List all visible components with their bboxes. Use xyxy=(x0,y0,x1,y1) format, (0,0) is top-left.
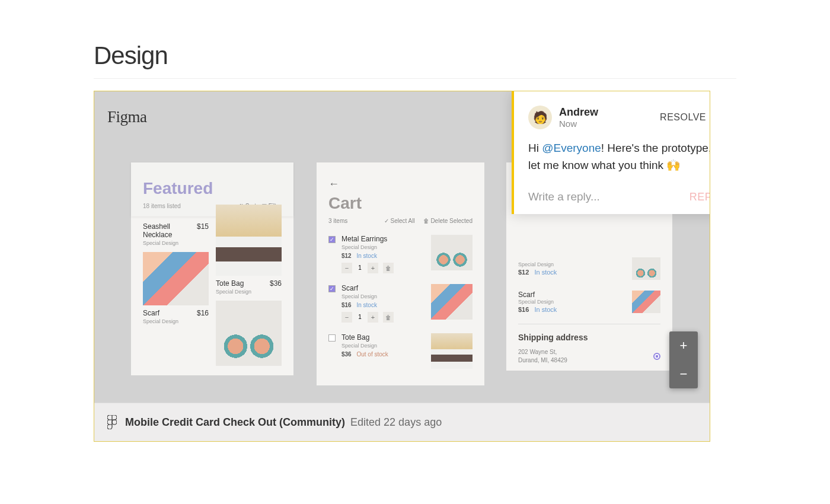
trash-icon[interactable]: 🗑 xyxy=(383,263,394,273)
figma-logo-icon xyxy=(107,415,117,429)
qty-value: 1 xyxy=(355,263,365,273)
qty-plus-button[interactable]: + xyxy=(368,312,378,323)
cart-count: 3 items xyxy=(328,218,376,224)
qty-minus-button[interactable]: − xyxy=(341,263,352,273)
summary-name: Scarf xyxy=(518,291,632,299)
summary-thumb xyxy=(632,257,660,280)
product-name: Tote Bag xyxy=(216,279,244,288)
checkbox-icon[interactable] xyxy=(328,334,336,342)
reply-button[interactable]: REPLY xyxy=(689,191,710,203)
app-label: Figma xyxy=(107,108,147,126)
product-image xyxy=(216,301,282,366)
summary-price: $12 xyxy=(518,269,529,276)
cart-item-name: Tote Bag xyxy=(341,333,425,342)
page-title: Design xyxy=(94,42,830,70)
product-image xyxy=(216,205,282,276)
product-subtitle: Special Design xyxy=(143,240,209,246)
product-card[interactable]: Seashell Necklace $15 Special Design Sca… xyxy=(143,222,209,369)
shipping-address[interactable]: 202 Wayne St, Durand, MI, 48429 xyxy=(518,348,660,365)
summary-stock: In stock xyxy=(534,306,557,313)
embed-footer: Mobile Credit Card Check Out (Community)… xyxy=(94,403,710,441)
zoom-controls: + − xyxy=(669,331,698,388)
cart-item-stock: In stock xyxy=(356,253,376,259)
file-name[interactable]: Mobile Credit Card Check Out (Community) xyxy=(125,416,345,428)
cart-item-sub: Special Design xyxy=(341,343,425,349)
cart-item: ✓ Metal Earrings Special Design $12 In s… xyxy=(328,235,473,273)
delete-selected-button[interactable]: 🗑 Delete Selected xyxy=(423,218,473,224)
summary-sub: Special Design xyxy=(518,261,632,267)
cart-item: Tote Bag Special Design $36 Out of stock xyxy=(328,333,473,369)
summary-stock: In stock xyxy=(534,269,557,276)
select-all-button[interactable]: ✓ Select All xyxy=(384,218,415,224)
comment-body: Hi @Everyone! Here's the prototype, let … xyxy=(528,140,710,174)
product-subtitle: Special Design xyxy=(143,318,209,324)
comment-panel: 🧑 Andrew Now RESOLVE ⋮ Hi @Everyone! Her… xyxy=(512,91,710,214)
product-price: $15 xyxy=(197,222,209,231)
cart-item-image xyxy=(431,284,473,320)
divider xyxy=(518,324,660,324)
back-icon[interactable]: ← xyxy=(328,178,473,190)
cart-item-price: $12 xyxy=(341,253,352,259)
checkbox-icon[interactable]: ✓ xyxy=(328,285,336,292)
cart-item-sub: Special Design xyxy=(341,294,425,299)
product-image xyxy=(143,252,209,305)
delete-selected-label: Delete Selected xyxy=(430,218,473,224)
cart-item-image xyxy=(431,235,473,270)
cart-item-name: Metal Earrings xyxy=(341,235,425,243)
cart-item-image xyxy=(431,333,473,369)
cart-item-price: $36 xyxy=(341,351,352,358)
address-line: 202 Wayne St, xyxy=(518,348,653,356)
qty-value: 1 xyxy=(355,312,365,323)
figma-embed: Figma Featured 18 items listed ⇅ Sort ▽ … xyxy=(94,91,710,442)
comment-text: Hi xyxy=(528,142,542,154)
featured-card: Featured 18 items listed ⇅ Sort ▽ Filter… xyxy=(131,162,293,375)
product-price: $36 xyxy=(270,279,282,288)
product-subtitle: Special Design xyxy=(216,289,282,295)
figma-canvas[interactable]: Figma Featured 18 items listed ⇅ Sort ▽ … xyxy=(94,91,710,403)
cart-item-price: $16 xyxy=(341,302,352,308)
cart-item-name: Scarf xyxy=(341,284,425,292)
cart-item: ✓ Scarf Special Design $16 In stock − 1 … xyxy=(328,284,473,323)
summary-thumb xyxy=(632,291,660,313)
summary-price: $16 xyxy=(518,306,529,313)
qty-minus-button[interactable]: − xyxy=(341,312,352,323)
product-card[interactable]: Tote Bag $36 Special Design xyxy=(216,222,282,369)
comment-author: Andrew xyxy=(559,106,660,119)
summary-item: Special Design $12 In stock xyxy=(518,257,660,280)
cart-title: Cart xyxy=(328,194,473,213)
comment-time: Now xyxy=(559,119,660,129)
cart-item-stock: In stock xyxy=(356,302,376,308)
product-price: $16 xyxy=(197,309,209,317)
cart-card: ← Cart 3 items ✓ Select All 🗑 Delete Sel… xyxy=(317,162,484,385)
checkbox-icon[interactable]: ✓ xyxy=(328,236,336,243)
divider xyxy=(94,78,736,79)
shipping-title: Shipping address xyxy=(518,333,660,342)
product-name: Seashell Necklace xyxy=(143,222,197,239)
summary-sub: Special Design xyxy=(518,299,632,305)
trash-icon[interactable]: 🗑 xyxy=(383,312,394,323)
summary-item: Scarf Special Design $16 In stock xyxy=(518,291,660,313)
zoom-out-button[interactable]: − xyxy=(669,360,698,388)
mention[interactable]: @Everyone xyxy=(542,142,601,154)
featured-title: Featured xyxy=(143,179,282,198)
zoom-in-button[interactable]: + xyxy=(669,331,698,360)
cart-item-stock: Out of stock xyxy=(356,351,388,358)
resolve-button[interactable]: RESOLVE xyxy=(660,112,706,123)
address-line: Durand, MI, 48429 xyxy=(518,356,653,365)
product-name: Scarf xyxy=(143,309,159,317)
reply-input[interactable]: Write a reply... xyxy=(528,190,689,203)
radio-icon[interactable] xyxy=(653,353,660,360)
svg-point-0 xyxy=(112,420,117,425)
cart-item-sub: Special Design xyxy=(341,244,425,250)
avatar: 🧑 xyxy=(528,106,552,129)
qty-plus-button[interactable]: + xyxy=(368,263,378,273)
file-edited-label: Edited 22 days ago xyxy=(350,416,442,428)
select-all-label: Select All xyxy=(390,218,414,224)
